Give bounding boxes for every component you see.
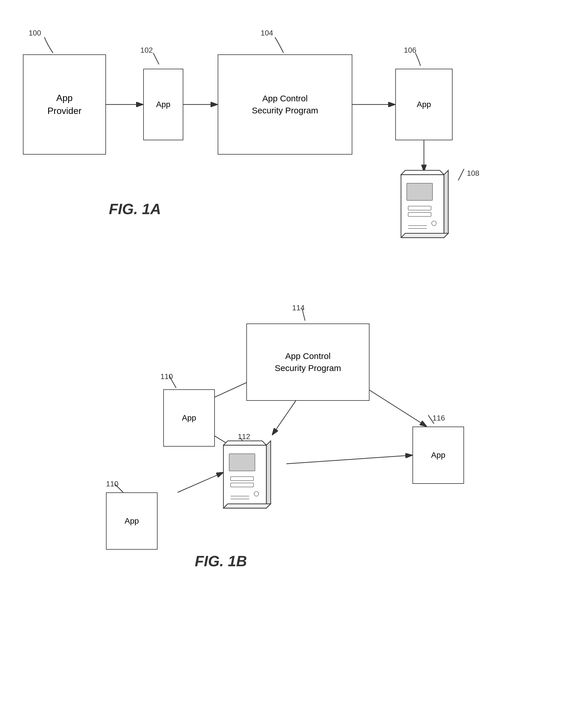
svg-marker-13 [401,170,444,175]
ref-106: 106 [404,46,416,55]
ref-102: 102 [140,46,153,55]
svg-marker-25 [223,504,271,508]
svg-marker-14 [444,170,448,238]
app-provider-label: AppProvider [47,92,81,117]
app-110-top-label: App [182,412,196,423]
ref-110-bottom: 110 [106,480,118,488]
app-106-label: App [417,99,431,110]
app-110-bottom-label: App [125,515,139,526]
box-app-102: App [143,69,183,140]
ref-110-top: 110 [160,372,173,381]
svg-rect-16 [407,183,433,200]
box-app-106: App [395,69,453,140]
svg-marker-23 [223,441,266,445]
svg-marker-15 [401,233,448,238]
server-108 [393,169,458,249]
fig-1a-label: FIG. 1A [109,200,161,218]
app-102-label: App [156,99,170,110]
box-acsp-104: App ControlSecurity Program [218,54,352,155]
svg-line-7 [364,386,427,427]
ref-104: 104 [261,29,273,38]
box-app-provider: AppProvider [23,54,106,155]
acsp-104-label: App ControlSecurity Program [252,92,318,117]
ref-108: 108 [467,169,479,178]
server-112 [215,439,281,520]
diagram-container: 100 AppProvider 102 App 104 App ControlS… [0,0,568,728]
acsp-114-label: App ControlSecurity Program [275,350,341,374]
app-116-label: App [431,449,445,461]
svg-marker-24 [266,441,271,508]
box-app-116: App [413,427,464,484]
fig-1b-label: FIG. 1B [195,553,247,570]
box-app-110-top: App [163,389,215,447]
svg-line-10 [287,455,413,464]
ref-100: 100 [29,29,41,38]
svg-rect-26 [229,454,255,471]
ref-116: 116 [433,414,445,423]
box-acsp-114: App ControlSecurity Program [246,323,370,401]
box-app-110-bottom: App [106,492,157,550]
ref-114: 114 [292,303,305,312]
